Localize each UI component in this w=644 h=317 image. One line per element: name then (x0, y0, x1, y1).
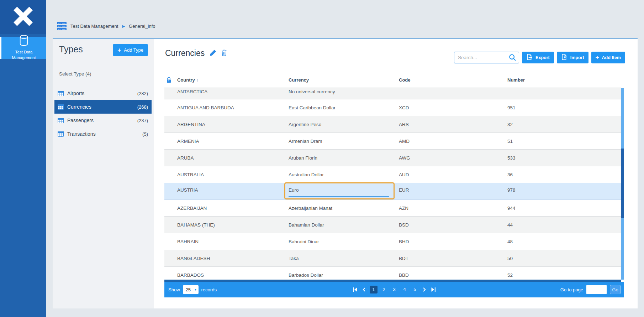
page-button-2[interactable]: 2 (380, 286, 388, 293)
breadcrumb-root[interactable]: Test Data Management (70, 24, 118, 29)
table-row-bangladesh[interactable]: BANGLADESHTakaBDT50 (164, 250, 621, 267)
go-button[interactable]: Go (610, 285, 621, 294)
type-count: (237) (137, 118, 148, 123)
vertical-scrollbar-thumb[interactable] (621, 149, 624, 218)
lock-icon[interactable] (167, 77, 171, 84)
column-header-country[interactable]: Country↑ (177, 77, 289, 83)
cell-country: BARBADOS (177, 272, 289, 278)
types-panel: Types + Add Type Select Type (4) Airport… (53, 39, 154, 308)
column-header-number[interactable]: Number (507, 77, 621, 83)
cell-value: Taka (289, 256, 299, 261)
cell-country: ANTIGUA AND BARBUDA (177, 105, 289, 110)
first-page-button[interactable] (352, 287, 359, 292)
export-label: Export (535, 55, 550, 60)
page-button-4[interactable]: 4 (401, 286, 408, 293)
add-type-label: Add Type (124, 47, 143, 53)
sidebar-item-transactions[interactable]: Transactions(5) (54, 127, 152, 141)
cell-value: Argentine Peso (289, 122, 321, 127)
cell-value: BANGLADESH (177, 256, 210, 261)
cell-code[interactable]: EUR (399, 186, 507, 196)
app-logo[interactable] (0, 0, 46, 34)
cell-value: BHD (399, 239, 409, 244)
page-button-5[interactable]: 5 (411, 286, 419, 293)
sidebar-item-currencies[interactable]: Currencies(268) (54, 100, 152, 114)
cell-value: ARMENIA (177, 139, 199, 144)
editing-input-focused[interactable]: Euro (289, 186, 389, 197)
table-row-austria[interactable]: AUSTRIAEuroEUR978 (164, 183, 621, 200)
cell-code: AZN (399, 206, 507, 211)
table-row-antarctica[interactable]: ANTARCTICANo universal currency (164, 88, 621, 99)
table-row-bahamas-the[interactable]: BAHAMAS (THE)Bahamian DollarBSD44 (164, 217, 621, 233)
editing-input[interactable]: EUR (399, 186, 498, 196)
page-size-select[interactable]: 25 ▼ (183, 285, 199, 294)
sidebar-item-passengers[interactable]: Passengers(237) (54, 114, 152, 127)
column-label: Currency (289, 77, 309, 83)
database-icon (19, 35, 29, 48)
cell-value: AUD (399, 172, 409, 177)
export-button[interactable]: Export (522, 52, 554, 63)
sidebar-item-airports[interactable]: Airports(282) (54, 87, 152, 100)
editing-input[interactable]: 978 (507, 186, 611, 196)
table-row-aruba[interactable]: ARUBAAruban FlorinAWG533 (164, 150, 621, 166)
page-button-3[interactable]: 3 (390, 286, 398, 293)
editing-input[interactable]: AUSTRIA (177, 186, 279, 196)
type-label: Currencies (67, 104, 91, 110)
column-header-code[interactable]: Code (399, 77, 507, 83)
cell-currency: Australian Dollar (289, 172, 399, 177)
cell-number[interactable]: 978 (507, 186, 621, 196)
edit-type-button[interactable] (209, 49, 217, 58)
cell-currency: Taka (289, 256, 399, 261)
add-item-button[interactable]: + Add Item (591, 52, 625, 63)
cell-number: 51 (507, 139, 621, 144)
page-size-value: 25 (186, 287, 191, 292)
table-row-australia[interactable]: AUSTRALIAAustralian DollarAUD36 (164, 166, 621, 183)
cell-value: AWG (399, 155, 410, 161)
cell-code: BDT (399, 256, 507, 261)
cell-code: XCD (399, 105, 507, 110)
last-page-button[interactable] (430, 287, 437, 292)
cell-value: BARBADOS (177, 272, 204, 278)
cell-value: AZN (399, 206, 408, 211)
cell-currency: No universal currency (289, 88, 399, 95)
cell-value: 51 (507, 139, 513, 144)
table-row-azerbaijan[interactable]: AZERBAIJANAzerbaijanian ManatAZN944 (164, 200, 621, 217)
cell-value: 48 (507, 239, 513, 244)
add-type-button[interactable]: + Add Type (113, 44, 148, 56)
search-box (454, 52, 519, 63)
column-header-currency[interactable]: Currency (289, 77, 399, 83)
table-row-bahrain[interactable]: BAHRAINBahraini DinarBHD48 (164, 233, 621, 250)
page-button-1[interactable]: 1 (370, 286, 378, 293)
cell-value: Aruban Florin (289, 155, 317, 161)
cell-currency[interactable]: Euro (289, 186, 399, 197)
cell-value: 32 (507, 122, 513, 127)
next-page-button[interactable] (421, 287, 427, 292)
select-type-label: Select Type (4) (59, 71, 91, 77)
cell-currency: Armenian Dram (289, 139, 399, 144)
table-row-antigua-and-barbuda[interactable]: ANTIGUA AND BARBUDAEast Caribbean Dollar… (164, 99, 621, 116)
table-row-barbados[interactable]: BARBADOSBarbados DollarBBD52 (164, 267, 621, 280)
plus-icon: + (596, 54, 599, 61)
plus-icon: + (117, 47, 121, 53)
vertical-scrollbar[interactable] (621, 88, 624, 280)
cell-value: Armenian Dram (289, 139, 322, 144)
previous-page-button[interactable] (361, 287, 367, 292)
cell-number: 44 (507, 222, 621, 228)
table-row-argentina[interactable]: ARGENTINAArgentine PesoARS32 (164, 116, 621, 133)
cell-country[interactable]: AUSTRIA (177, 186, 289, 196)
import-button[interactable]: Import (557, 52, 588, 63)
delete-type-button[interactable] (221, 50, 227, 57)
cell-value: Bahraini Dinar (289, 239, 319, 244)
cell-value: 533 (507, 155, 516, 161)
cell-value: East Caribbean Dollar (289, 105, 336, 110)
cell-value: 44 (507, 222, 513, 228)
sidebar-item-test-data-management[interactable]: Test Data Management (0, 37, 46, 59)
cell-value: Australian Dollar (289, 172, 324, 177)
import-icon (561, 54, 568, 61)
cell-value: 944 (507, 206, 516, 211)
breadcrumb: Test Data Management ▶ General_info (57, 22, 155, 30)
cell-currency: Bahraini Dinar (289, 239, 399, 244)
cell-currency: Barbados Dollar (289, 272, 399, 278)
goto-page-input[interactable] (586, 285, 607, 294)
magnifier-icon[interactable] (509, 54, 516, 63)
table-row-armenia[interactable]: ARMENIAArmenian DramAMD51 (164, 133, 621, 150)
